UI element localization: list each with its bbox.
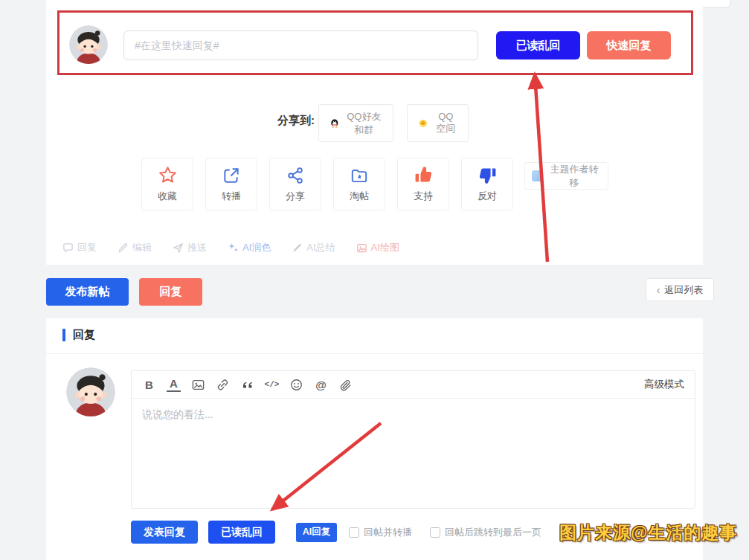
editor-actions-row: 发表回复 已读乱回 AI回复 回帖并转播 回帖后跳转到最后一页 xyxy=(131,521,541,544)
avatar-image xyxy=(69,25,108,64)
rebroadcast-label: 转播 xyxy=(222,190,241,203)
editor-toolbar: B A xyxy=(132,371,695,399)
share-label: 分享到: xyxy=(277,114,315,128)
reply-button[interactable]: 回复 xyxy=(139,278,202,306)
new-post-button[interactable]: 发布新帖 xyxy=(46,278,129,306)
support-label: 支持 xyxy=(414,190,433,203)
read-random-reply-button[interactable]: 已读乱回 xyxy=(496,31,580,59)
share-qq-label: QQ好友和群 xyxy=(346,110,382,137)
advanced-mode-link[interactable]: 高级模式 xyxy=(644,378,684,391)
bold-icon[interactable]: B xyxy=(142,378,156,392)
ai-polish-action[interactable]: AI润色 xyxy=(228,241,271,254)
reply-section-header: 回复 xyxy=(62,328,95,342)
share-qq-button[interactable]: QQ好友和群 xyxy=(318,104,393,142)
edit-icon xyxy=(118,242,129,254)
user-avatar[interactable] xyxy=(69,25,108,64)
ai-polish-label: AI润色 xyxy=(242,241,271,254)
reply-section-title: 回复 xyxy=(73,328,95,342)
quote-icon[interactable] xyxy=(240,378,254,392)
qzone-icon xyxy=(418,116,428,131)
reply-action[interactable]: 回复 xyxy=(62,241,97,254)
code-icon[interactable]: </> xyxy=(265,378,279,392)
oppose-label: 反对 xyxy=(478,190,497,203)
share-nodes-icon xyxy=(286,166,305,185)
submit-reply-button[interactable]: 发表回复 xyxy=(131,521,198,544)
quick-reply-input[interactable] xyxy=(123,30,478,60)
image-source-watermark: 图片来源@生活的趣事 xyxy=(559,521,737,544)
back-to-list-label: 返回列表 xyxy=(664,283,703,297)
forum-thread-page: 已读乱回 快速回复 分享到: QQ好友和群 xyxy=(0,0,749,560)
ai-summary-action[interactable]: AI总结 xyxy=(292,241,335,254)
share-button[interactable]: 分享 xyxy=(269,158,321,210)
support-button[interactable]: 支持 xyxy=(397,158,449,210)
comment-icon xyxy=(62,242,74,254)
share-qzone-label: QQ空间 xyxy=(434,111,457,135)
checkbox-icon[interactable] xyxy=(430,527,440,538)
push-action-label: 推送 xyxy=(187,241,207,254)
mention-icon[interactable]: @ xyxy=(314,378,328,392)
collect-post-button[interactable]: 淘帖 xyxy=(333,158,385,210)
send-icon xyxy=(173,242,184,254)
star-icon xyxy=(158,165,178,185)
author-transfer-button[interactable]: 主题作者转移 xyxy=(524,162,608,190)
user-avatar[interactable] xyxy=(66,367,115,416)
insert-image-icon[interactable] xyxy=(191,378,205,392)
image-icon xyxy=(356,242,367,254)
emoji-icon[interactable] xyxy=(289,378,303,392)
thumbs-down-icon xyxy=(478,165,498,185)
share-row: 分享到: QQ好友和群 QQ空间 xyxy=(46,104,703,143)
checkbox-jump-to-last-page[interactable]: 回帖后跳转到最后一页 xyxy=(430,526,541,539)
thumbs-up-icon xyxy=(414,165,434,185)
section-accent-bar xyxy=(62,329,65,341)
ai-draw-action[interactable]: AI绘图 xyxy=(356,241,399,254)
chevron-left-icon: ‹ xyxy=(657,284,660,296)
insert-link-icon[interactable] xyxy=(216,378,230,392)
ai-draw-label: AI绘图 xyxy=(371,241,399,254)
author-transfer-label: 主题作者转移 xyxy=(547,163,601,190)
collect-post-label: 淘帖 xyxy=(350,190,369,203)
share-label: 分享 xyxy=(286,190,305,203)
rebroadcast-button[interactable]: 转播 xyxy=(205,158,257,210)
share-qzone-button[interactable]: QQ空间 xyxy=(407,104,469,142)
read-random-reply-button[interactable]: 已读乱回 xyxy=(208,521,275,544)
transfer-icon xyxy=(532,170,543,181)
moderation-actions-row: 回复 编辑 推送 AI润色 xyxy=(62,241,399,254)
post-actions-row: 收藏 转播 分享 xyxy=(46,158,703,211)
ai-reply-button[interactable]: AI回复 xyxy=(296,523,337,542)
attachment-icon[interactable] xyxy=(338,378,353,392)
back-to-list-button[interactable]: ‹ 返回列表 xyxy=(646,278,714,301)
ai-summary-label: AI总结 xyxy=(306,241,335,254)
quick-reply-panel: 已读乱回 快速回复 xyxy=(57,10,693,75)
checkbox-reply-rebroadcast-label: 回帖并转播 xyxy=(364,526,412,539)
avatar-image xyxy=(66,367,115,416)
pen-icon xyxy=(292,242,303,254)
edit-action[interactable]: 编辑 xyxy=(118,241,152,254)
quick-reply-button[interactable]: 快速回复 xyxy=(587,31,671,59)
checkbox-jump-last-label: 回帖后跳转到最后一页 xyxy=(445,526,541,539)
folder-star-icon xyxy=(350,166,369,185)
favorite-button[interactable]: 收藏 xyxy=(141,158,193,210)
sparkles-icon xyxy=(228,242,239,254)
push-action[interactable]: 推送 xyxy=(173,241,207,254)
qq-icon xyxy=(330,116,340,131)
favorite-label: 收藏 xyxy=(158,190,177,203)
reply-action-label: 回复 xyxy=(77,241,97,254)
reply-textarea[interactable] xyxy=(132,399,695,508)
font-color-icon[interactable]: A xyxy=(167,378,181,392)
external-link-icon xyxy=(222,166,241,185)
thread-footer-card: 已读乱回 快速回复 分享到: QQ好友和群 xyxy=(46,0,703,265)
checkbox-reply-and-rebroadcast[interactable]: 回帖并转播 xyxy=(349,526,412,539)
reply-editor: B A xyxy=(131,370,695,509)
oppose-button[interactable]: 反对 xyxy=(461,158,513,210)
section-divider xyxy=(46,353,703,354)
checkbox-icon[interactable] xyxy=(349,527,359,538)
edit-action-label: 编辑 xyxy=(132,241,152,254)
